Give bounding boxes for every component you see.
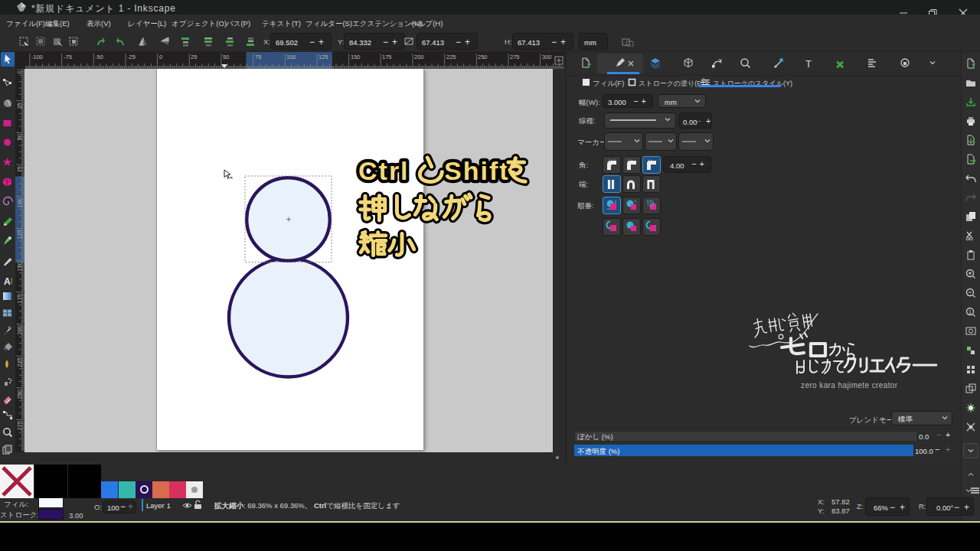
svg-text:1: 1 [969,309,972,315]
svg-text:150: 150 [351,54,361,60]
svg-text:Ctrl: Ctrl [358,156,410,185]
svg-text:225: 225 [16,357,23,367]
svg-text:-50: -50 [95,54,103,60]
svg-text:175: 175 [382,54,392,60]
svg-text:100: 100 [16,198,23,208]
svg-text:-75: -75 [64,54,72,60]
svg-text:175: 175 [16,294,23,304]
svg-text:125: 125 [318,54,328,60]
svg-text:300: 300 [542,54,552,60]
svg-text:125: 125 [16,230,23,240]
svg-text:250: 250 [16,390,23,399]
svg-text:A: A [4,276,11,287]
svg-text:Shift: Shift [444,156,510,185]
svg-text:50: 50 [16,134,23,140]
svg-text:75: 75 [16,166,23,172]
svg-text:200: 200 [414,54,424,60]
svg-text:50: 50 [223,54,229,60]
svg-text:-100: -100 [31,54,43,60]
svg-text:250: 250 [478,54,488,60]
svg-text:0: 0 [159,54,162,60]
svg-text:75: 75 [255,54,261,60]
svg-text:275: 275 [16,421,23,431]
svg-text:0: 0 [16,70,23,73]
svg-text:25: 25 [191,54,197,60]
svg-text:225: 225 [446,54,456,60]
svg-text:zero kara hajimete creator: zero kara hajimete creator [801,381,898,390]
svg-text:T: T [805,58,812,69]
svg-text:150: 150 [16,262,23,272]
svg-text:200: 200 [16,325,23,335]
svg-text:25: 25 [16,103,23,109]
svg-text:-25: -25 [127,54,136,60]
svg-text:100: 100 [286,54,296,60]
svg-text:275: 275 [510,54,520,60]
